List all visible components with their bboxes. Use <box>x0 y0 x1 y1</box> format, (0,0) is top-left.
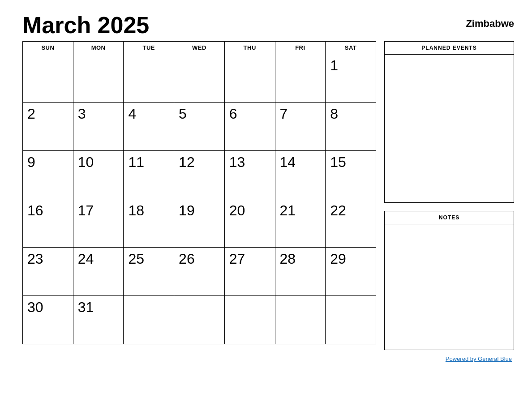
calendar-cell: 11 <box>124 151 174 199</box>
planned-events-header: PLANNED EVENTS <box>385 42 514 55</box>
day-number: 23 <box>27 251 43 267</box>
calendar-cell: 27 <box>224 248 275 296</box>
calendar-cell <box>174 296 225 344</box>
calendar-body: 1234567891011121314151617181920212223242… <box>23 54 376 344</box>
calendar-cell <box>73 54 124 103</box>
day-number: 31 <box>78 299 94 315</box>
calendar-cell <box>275 296 326 344</box>
calendar-cell: 31 <box>73 296 124 344</box>
day-number: 26 <box>179 251 195 267</box>
calendar-cell: 7 <box>275 103 326 151</box>
calendar-cell: 29 <box>326 248 376 296</box>
day-number: 5 <box>179 106 187 122</box>
calendar-cell: 19 <box>174 199 225 248</box>
powered-by-link[interactable]: Powered by General Blue <box>446 355 512 362</box>
calendar-cell: 28 <box>275 248 326 296</box>
month-title: March 2025 <box>22 13 149 37</box>
day-number: 28 <box>280 251 296 267</box>
day-number: 22 <box>330 202 346 218</box>
day-number: 8 <box>330 106 338 122</box>
calendar-table: SUN MON TUE WED THU FRI SAT 123456789101… <box>22 41 376 344</box>
notes-box: NOTES <box>384 211 514 350</box>
calendar-cell <box>124 54 174 103</box>
day-number: 11 <box>128 154 144 170</box>
calendar-cell: 20 <box>224 199 275 248</box>
day-number: 9 <box>27 154 35 170</box>
day-number: 20 <box>229 202 245 218</box>
calendar-cell: 4 <box>124 103 174 151</box>
calendar-cell <box>174 54 225 103</box>
calendar-header-row: SUN MON TUE WED THU FRI SAT <box>23 42 376 54</box>
calendar-cell: 22 <box>326 199 376 248</box>
notes-body <box>385 224 514 350</box>
day-number: 17 <box>78 202 94 218</box>
planned-events-body <box>385 55 514 202</box>
calendar-cell: 26 <box>174 248 225 296</box>
calendar-cell: 1 <box>326 54 376 103</box>
day-number: 16 <box>27 202 43 218</box>
day-number: 7 <box>280 106 288 122</box>
calendar-cell: 16 <box>23 199 73 248</box>
col-fri: FRI <box>275 42 326 54</box>
col-sun: SUN <box>23 42 73 54</box>
calendar-cell: 21 <box>275 199 326 248</box>
calendar-cell: 8 <box>326 103 376 151</box>
calendar-cell: 5 <box>174 103 225 151</box>
day-number: 18 <box>128 202 144 218</box>
day-number: 3 <box>78 106 86 122</box>
calendar-cell: 14 <box>275 151 326 199</box>
day-number: 29 <box>330 251 346 267</box>
day-number: 25 <box>128 251 144 267</box>
day-number: 6 <box>229 106 237 122</box>
calendar-week-row: 1 <box>23 54 376 103</box>
calendar-cell: 10 <box>73 151 124 199</box>
calendar-week-row: 23242526272829 <box>23 248 376 296</box>
calendar-cell <box>224 296 275 344</box>
calendar-cell: 2 <box>23 103 73 151</box>
calendar-cell: 24 <box>73 248 124 296</box>
calendar-cell: 18 <box>124 199 174 248</box>
page-header: March 2025 Zimbabwe <box>22 13 514 37</box>
day-number: 30 <box>27 299 43 315</box>
col-sat: SAT <box>326 42 376 54</box>
calendar-cell <box>326 296 376 344</box>
calendar-cell <box>23 54 73 103</box>
notes-header: NOTES <box>385 211 514 224</box>
day-number: 13 <box>229 154 245 170</box>
day-number: 10 <box>78 154 94 170</box>
calendar-week-row: 3031 <box>23 296 376 344</box>
calendar-cell: 6 <box>224 103 275 151</box>
calendar-cell: 3 <box>73 103 124 151</box>
calendar-cell: 17 <box>73 199 124 248</box>
day-number: 12 <box>179 154 195 170</box>
footer: Powered by General Blue <box>384 355 514 363</box>
calendar-week-row: 2345678 <box>23 103 376 151</box>
calendar-cell <box>124 296 174 344</box>
day-number: 1 <box>330 57 338 73</box>
calendar-cell: 23 <box>23 248 73 296</box>
calendar-week-row: 9101112131415 <box>23 151 376 199</box>
day-number: 21 <box>280 202 296 218</box>
calendar-cell <box>275 54 326 103</box>
col-mon: MON <box>73 42 124 54</box>
day-number: 24 <box>78 251 94 267</box>
calendar-cell: 9 <box>23 151 73 199</box>
day-number: 19 <box>179 202 195 218</box>
calendar-cell: 30 <box>23 296 73 344</box>
calendar-cell <box>224 54 275 103</box>
col-thu: THU <box>224 42 275 54</box>
col-tue: TUE <box>124 42 174 54</box>
day-number: 14 <box>280 154 296 170</box>
day-number: 4 <box>128 106 136 122</box>
planned-events-box: PLANNED EVENTS <box>384 41 514 203</box>
country-title: Zimbabwe <box>466 13 514 30</box>
main-content: SUN MON TUE WED THU FRI SAT 123456789101… <box>22 41 514 363</box>
calendar-week-row: 16171819202122 <box>23 199 376 248</box>
day-number: 15 <box>330 154 346 170</box>
calendar-cell: 12 <box>174 151 225 199</box>
calendar-cell: 15 <box>326 151 376 199</box>
day-number: 2 <box>27 106 35 122</box>
calendar-cell: 13 <box>224 151 275 199</box>
col-wed: WED <box>174 42 225 54</box>
calendar-section: SUN MON TUE WED THU FRI SAT 123456789101… <box>22 41 376 344</box>
